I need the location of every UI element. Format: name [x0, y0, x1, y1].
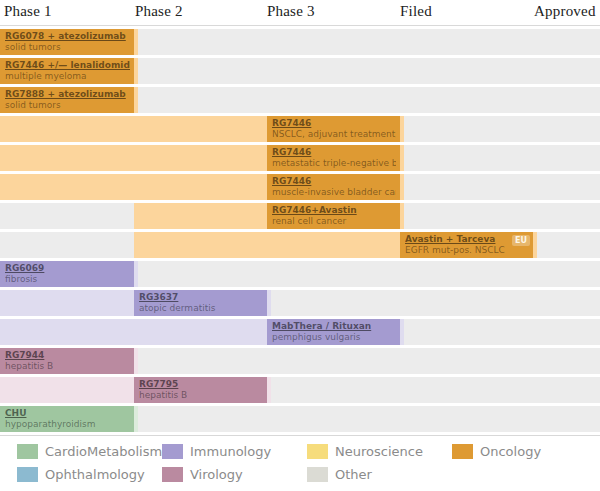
legend-swatch	[162, 467, 183, 482]
pipeline-item[interactable]: RG7888 + atezolizumab solid tumors	[0, 87, 134, 113]
pipeline-item[interactable]: CHU hypoparathyroidism	[0, 406, 134, 432]
legend-row-1: CardioMetabolism Immunology Neuroscience…	[0, 444, 600, 459]
legend: CardioMetabolism Immunology Neuroscience…	[0, 435, 600, 482]
indication-label: hypoparathyroidism	[5, 419, 130, 430]
indication-label: solid tumors	[5, 100, 130, 111]
pipeline-chart: Phase 1 Phase 2 Phase 3 Filed Approved R…	[0, 0, 600, 491]
pipeline-row: RG6078 + atezolizumab solid tumors	[0, 29, 600, 55]
indication-label: NSCLC, adjuvant treatment,...	[272, 129, 396, 140]
column-header-filed: Filed	[400, 3, 432, 20]
molecule-name[interactable]: RG6069	[5, 263, 130, 274]
pipeline-item[interactable]: RG7446 metastatic triple-negative br...	[267, 145, 400, 171]
column-headers: Phase 1 Phase 2 Phase 3 Filed Approved	[0, 0, 600, 26]
molecule-name[interactable]: RG7446	[272, 118, 396, 129]
legend-item: Virology	[145, 467, 290, 482]
legend-item: Neuroscience	[290, 444, 435, 459]
legend-swatch	[17, 467, 38, 482]
indication-label: muscle-invasive bladder can...	[272, 187, 396, 198]
legend-item: Immunology	[145, 444, 290, 459]
pipeline-row: RG6069 fibrosis	[0, 261, 600, 287]
pipeline-item[interactable]: RG7446+Avastin renal cell cancer	[267, 203, 400, 229]
pipeline-row: RG7944 hepatitis B	[0, 348, 600, 374]
molecule-name[interactable]: RG7944	[5, 350, 130, 361]
molecule-name[interactable]: RG7446+Avastin	[272, 205, 396, 216]
column-header-phase2: Phase 2	[135, 3, 183, 20]
pipeline-item[interactable]: MabThera / Rituxan pemphigus vulgaris	[267, 319, 400, 345]
legend-swatch	[162, 444, 183, 459]
legend-label: Ophthalmology	[45, 467, 145, 482]
legend-item: Oncology	[435, 444, 580, 459]
pipeline-row: MabThera / Rituxan pemphigus vulgaris	[0, 319, 600, 345]
legend-item: Other	[290, 467, 435, 482]
indication-label: atopic dermatitis	[139, 303, 263, 314]
indication-label: EGFR mut-pos. NSCLC	[405, 245, 529, 256]
legend-swatch	[307, 444, 328, 459]
column-header-approved: Approved	[534, 3, 596, 20]
legend-label: Oncology	[480, 444, 541, 459]
legend-label: Immunology	[190, 444, 271, 459]
pipeline-item[interactable]: RG6078 + atezolizumab solid tumors	[0, 29, 134, 55]
molecule-name[interactable]: MabThera / Rituxan	[272, 321, 396, 332]
molecule-name[interactable]: Avastin + Tarceva	[405, 234, 529, 245]
pipeline-row: RG7446 NSCLC, adjuvant treatment,...	[0, 116, 600, 142]
molecule-name[interactable]: RG7795	[139, 379, 263, 390]
molecule-name[interactable]: RG7446	[272, 147, 396, 158]
pipeline-item[interactable]: RG7446 +/— lenalidomide multiple myeloma	[0, 58, 134, 84]
pipeline-item[interactable]: RG7446 NSCLC, adjuvant treatment,...	[267, 116, 400, 142]
indication-label: renal cell cancer	[272, 216, 396, 227]
pipeline-row: RG7446 muscle-invasive bladder can...	[0, 174, 600, 200]
legend-item: CardioMetabolism	[0, 444, 145, 459]
pipeline-item[interactable]: Avastin + Tarceva EGFR mut-pos. NSCLC EU	[400, 232, 533, 258]
indication-label: hepatitis B	[5, 361, 130, 372]
rows-area: RG6078 + atezolizumab solid tumors RG744…	[0, 29, 600, 432]
legend-swatch	[452, 444, 473, 459]
pipeline-row: RG3637 atopic dermatitis	[0, 290, 600, 316]
pipeline-row: RG7446 +/— lenalidomide multiple myeloma	[0, 58, 600, 84]
molecule-name[interactable]: RG7446 +/— lenalidomide	[5, 60, 130, 71]
legend-label: Virology	[190, 467, 243, 482]
legend-label: Other	[335, 467, 372, 482]
pipeline-item[interactable]: RG7795 hepatitis B	[134, 377, 267, 403]
molecule-name[interactable]: CHU	[5, 408, 130, 419]
pipeline-row: RG7446 metastatic triple-negative br...	[0, 145, 600, 171]
legend-label: Neuroscience	[335, 444, 423, 459]
legend-swatch	[307, 467, 328, 482]
region-badge: EU	[512, 235, 530, 246]
pipeline-row: CHU hypoparathyroidism	[0, 406, 600, 432]
legend-item: Ophthalmology	[0, 467, 145, 482]
pipeline-item[interactable]: RG7446 muscle-invasive bladder can...	[267, 174, 400, 200]
pipeline-row: RG7888 + atezolizumab solid tumors	[0, 87, 600, 113]
pipeline-row: Avastin + Tarceva EGFR mut-pos. NSCLC EU	[0, 232, 600, 258]
molecule-name[interactable]: RG3637	[139, 292, 263, 303]
indication-label: multiple myeloma	[5, 71, 130, 82]
molecule-name[interactable]: RG6078 + atezolizumab	[5, 31, 130, 42]
indication-label: solid tumors	[5, 42, 130, 53]
molecule-name[interactable]: RG7888 + atezolizumab	[5, 89, 130, 100]
indication-label: fibrosis	[5, 274, 130, 285]
pipeline-item[interactable]: RG3637 atopic dermatitis	[134, 290, 267, 316]
legend-swatch	[17, 444, 38, 459]
legend-row-2: Ophthalmology Virology Other	[0, 467, 600, 482]
pipeline-row: RG7795 hepatitis B	[0, 377, 600, 403]
indication-label: metastatic triple-negative br...	[272, 158, 396, 169]
pipeline-row: RG7446+Avastin renal cell cancer	[0, 203, 600, 229]
column-header-phase3: Phase 3	[267, 3, 315, 20]
indication-label: hepatitis B	[139, 390, 263, 401]
pipeline-item[interactable]: RG6069 fibrosis	[0, 261, 134, 287]
molecule-name[interactable]: RG7446	[272, 176, 396, 187]
indication-label: pemphigus vulgaris	[272, 332, 396, 343]
pipeline-item[interactable]: RG7944 hepatitis B	[0, 348, 134, 374]
column-header-phase1: Phase 1	[4, 3, 52, 20]
